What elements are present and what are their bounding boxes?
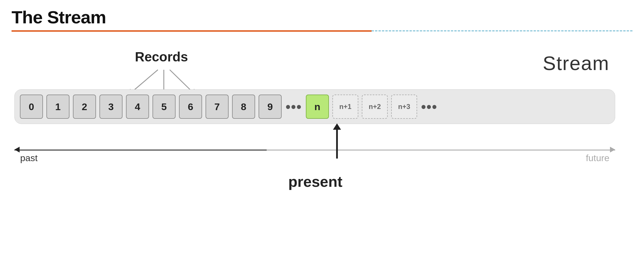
future-arrow-line — [267, 150, 615, 150]
cell-4: 4 — [126, 95, 149, 119]
present-arrow-head — [333, 123, 341, 130]
past-arrow-line — [14, 150, 267, 150]
dots-mid: ••• — [285, 99, 302, 115]
stream-label: Stream — [543, 52, 609, 74]
dots-end: ••• — [421, 99, 438, 115]
present-arrow — [333, 124, 341, 159]
cell-5: 5 — [152, 95, 176, 119]
cell-n1: n+1 — [332, 95, 358, 119]
cell-n3: n+3 — [391, 95, 417, 119]
records-label: Records — [121, 49, 202, 65]
cell-n: n — [306, 95, 329, 119]
cell-1: 1 — [46, 95, 69, 119]
cell-9: 9 — [259, 95, 282, 119]
cell-6: 6 — [179, 95, 202, 119]
page-container: The Stream Records Stream 0123 — [0, 0, 644, 258]
divider-blue — [372, 30, 632, 32]
cell-n2: n+2 — [362, 95, 388, 119]
cell-8: 8 — [232, 95, 255, 119]
future-label: future — [586, 153, 609, 163]
divider-orange — [12, 30, 372, 32]
cell-7: 7 — [206, 95, 229, 119]
present-label: present — [288, 173, 342, 190]
cell-2: 2 — [73, 95, 96, 119]
cell-0: 0 — [20, 95, 43, 119]
past-label: past — [20, 153, 37, 163]
cell-3: 3 — [99, 95, 123, 119]
stream-track: 0123456789•••nn+1n+2n+3••• — [14, 89, 615, 124]
present-arrow-line — [336, 130, 338, 159]
page-title: The Stream — [12, 7, 632, 27]
divider — [12, 30, 632, 32]
timeline-row — [14, 141, 615, 159]
